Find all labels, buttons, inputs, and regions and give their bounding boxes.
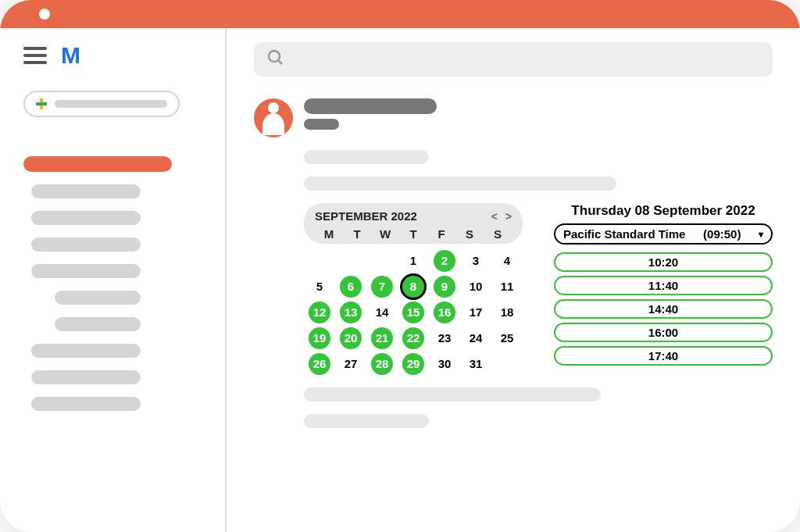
sidebar-item[interactable] [31,397,141,411]
calendar-day[interactable]: 25 [496,327,518,349]
content-placeholder [304,387,601,402]
calendar-day[interactable]: 2 [434,250,455,272]
sidebar: M [0,28,227,532]
calendar-day[interactable]: 29 [402,353,424,375]
calendar-header: SEPTEMBER 2022 < > MTWTFSS [304,203,523,244]
calendar-day[interactable]: 3 [465,250,487,272]
calendar-month-label: SEPTEMBER 2022 [315,209,417,223]
sidebar-item[interactable] [31,184,141,198]
sidebar-item[interactable] [31,211,141,225]
time-slot[interactable]: 17:40 [554,346,773,366]
time-slots: 10:2011:4014:4016:0017:40 [554,252,773,366]
calendar-day [371,250,393,272]
search-bar[interactable] [254,42,773,77]
calendar-dow-cell: T [399,227,427,241]
calendar-day[interactable]: 16 [434,302,455,323]
calendar-day[interactable]: 15 [402,302,424,323]
calendar-dow-cell: F [427,227,455,241]
content-placeholder [304,177,616,191]
calendar-day [309,250,330,272]
sidebar-item[interactable] [31,344,141,358]
gmail-logo: M [61,42,78,69]
calendar-day[interactable]: 13 [340,302,362,323]
sidebar-item[interactable] [31,370,141,384]
compose-placeholder [55,100,167,108]
timezone-select[interactable]: Pacific Standard Time (09:50) ▾ [554,223,773,245]
sidebar-top: M [0,42,225,69]
app-body: M [0,28,800,532]
calendar-day[interactable]: 7 [371,276,393,298]
calendar-dow-cell: M [315,227,343,241]
plus-icon [36,98,47,109]
sidebar-subitem[interactable] [55,317,141,331]
calendar-day[interactable]: 17 [465,302,487,323]
sidebar-item-active[interactable] [23,156,172,172]
calendar-day[interactable]: 22 [402,327,424,349]
sidebar-item[interactable] [31,264,141,278]
sidebar-item[interactable] [31,237,141,252]
calendar-day[interactable]: 9 [434,276,455,298]
main-content: SEPTEMBER 2022 < > MTWTFSS 1234567891011… [227,28,800,532]
email-header [254,98,773,137]
calendar: SEPTEMBER 2022 < > MTWTFSS 1234567891011… [304,203,523,375]
search-icon [266,48,285,70]
calendar-day[interactable]: 8 [402,276,424,298]
calendar-day[interactable]: 21 [371,327,393,349]
window-titlebar [0,0,800,28]
time-slot[interactable]: 11:40 [554,276,773,295]
calendar-next-button[interactable]: > [505,210,512,223]
timezone-name: Pacific Standard Time [563,227,685,241]
app-window: M [0,0,800,532]
calendar-dow-cell: W [371,227,399,241]
calendar-prev-button[interactable]: < [491,210,498,223]
calendar-nav: < > [491,210,512,223]
calendar-day[interactable]: 10 [465,276,487,298]
calendar-day[interactable]: 14 [371,302,393,323]
calendar-day[interactable]: 5 [309,276,330,298]
calendar-dow-cell: T [343,227,371,241]
calendar-day[interactable]: 19 [309,327,330,349]
calendar-day[interactable]: 12 [309,302,330,323]
window-control-dot[interactable] [39,9,50,20]
time-slot[interactable]: 10:20 [554,252,773,272]
svg-point-0 [269,51,280,62]
calendar-dow-cell: S [484,227,512,241]
compose-button[interactable] [23,91,180,117]
calendar-day[interactable]: 20 [340,327,362,349]
calendar-day[interactable]: 31 [465,353,487,375]
calendar-day[interactable]: 23 [434,327,455,349]
calendar-day[interactable]: 4 [496,250,518,272]
svg-line-1 [278,60,282,64]
calendar-day[interactable]: 26 [309,353,330,375]
calendar-day[interactable]: 30 [434,353,455,375]
timezone-time: (09:50) [703,227,741,241]
sidebar-subitem[interactable] [55,291,141,305]
calendar-day[interactable]: 24 [465,327,487,349]
calendar-day[interactable]: 27 [340,353,362,375]
content-placeholder [304,150,429,164]
time-slot[interactable]: 16:00 [554,323,773,342]
time-picker: Thursday 08 September 2022 Pacific Stand… [554,203,773,375]
calendar-day [496,353,518,375]
calendar-day[interactable]: 11 [496,276,518,298]
calendar-dow-row: MTWTFSS [315,227,512,241]
time-slot[interactable]: 14:40 [554,299,773,319]
calendar-grid: 1234567891011121314151617181920212223242… [304,250,523,375]
scheduler-widget: SEPTEMBER 2022 < > MTWTFSS 1234567891011… [304,203,773,375]
calendar-dow-cell: S [455,227,484,241]
email-content: SEPTEMBER 2022 < > MTWTFSS 1234567891011… [254,150,773,428]
sender-name-placeholder [304,98,437,114]
content-placeholder [304,414,429,428]
chevron-down-icon: ▾ [759,229,763,240]
calendar-day[interactable]: 1 [402,250,424,272]
menu-icon[interactable] [23,47,47,64]
calendar-day[interactable]: 6 [340,276,362,298]
avatar [254,98,293,137]
selected-date-label: Thursday 08 September 2022 [554,203,773,219]
calendar-day[interactable]: 28 [371,353,393,375]
sender-meta-placeholder [304,119,339,130]
sender-block [304,98,437,137]
calendar-day [340,250,362,272]
calendar-day[interactable]: 18 [496,302,518,323]
